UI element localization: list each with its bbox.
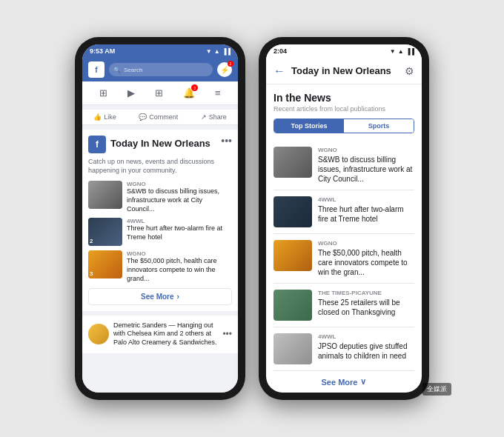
right-thumb-3 — [273, 240, 312, 271]
news-num-3: 3 — [90, 270, 93, 277]
bottom-post-options[interactable]: ••• — [222, 330, 232, 338]
news-content-2: 4WWL Three hurt after two-alarm fire at … — [127, 218, 232, 241]
news-content-1: WGNO S&WB to discuss billing issues, inf… — [127, 181, 232, 213]
messenger-button[interactable]: ⚡ 2 — [217, 62, 232, 77]
right-source-5: 4WWL — [318, 333, 414, 340]
right-content-2: 4WWL Three hurt after two-alarm fire at … — [318, 196, 414, 224]
left-status-bar: 9:53 AM ▼ ▲ ▐▐ — [82, 44, 238, 58]
right-thumb-5 — [273, 333, 312, 364]
news-source-2: 4WWL — [127, 218, 232, 224]
right-news-2[interactable]: 4WWL Three hurt after two-alarm fire at … — [273, 190, 414, 234]
right-battery-icon: ▐▐ — [406, 48, 414, 55]
feed: 👍 Like 💬 Comment ↗ Share — [82, 105, 238, 393]
left-phone: 9:53 AM ▼ ▲ ▐▐ f 🔍 Search ⚡ 2 — [75, 37, 245, 400]
news-content-3: WGNO The $50,000 pitch, health care inno… — [127, 250, 232, 283]
right-nav-bar: ← Today in New Orleans ⚙ — [266, 58, 422, 84]
right-source-3: WGNO — [318, 240, 414, 247]
right-phone: 2:04 ▼ ▲ ▐▐ ← Today in New Orleans ⚙ In … — [259, 37, 429, 400]
menu-tab[interactable]: ≡ — [215, 87, 221, 99]
back-button[interactable]: ← — [273, 64, 285, 78]
right-news-4[interactable]: THE TIMES-PICAYUNE These 25 retailers wi… — [273, 284, 414, 327]
comment-icon: 💬 — [139, 113, 147, 121]
right-time: 2:04 — [273, 47, 287, 55]
section-title: In the News — [273, 92, 414, 104]
tab-top-stories[interactable]: Top Stories — [274, 119, 344, 133]
right-headline-4: These 25 retailers will be closed on Tha… — [318, 298, 414, 317]
marketplace-icon: ⊞ — [155, 87, 163, 99]
chevron-right-icon: › — [177, 293, 179, 301]
search-placeholder: Search — [124, 67, 142, 73]
home-icon: ⊞ — [99, 87, 107, 99]
battery-icon: ▐▐ — [222, 48, 231, 55]
news-source-1: WGNO — [127, 181, 232, 187]
right-signal-icon: ▼ — [390, 48, 396, 55]
notifications-tab[interactable]: 🔔 3 — [183, 87, 195, 99]
search-icon: 🔍 — [113, 67, 121, 73]
news-headline-1: S&WB to discuss billing issues, infrastr… — [127, 187, 232, 213]
right-content: In the News Recent articles from local p… — [266, 84, 422, 393]
search-bar[interactable]: 🔍 Search — [109, 63, 213, 76]
home-tab[interactable]: ⊞ — [99, 87, 107, 99]
right-status-icons: ▼ ▲ ▐▐ — [390, 48, 414, 55]
gear-button[interactable]: ⚙ — [405, 65, 414, 77]
messenger-badge: 2 — [228, 61, 233, 67]
news-thumb-1 — [88, 181, 122, 209]
section-subtitle: Recent articles from local publications — [273, 105, 414, 113]
post-header: f Today In New Orleans ••• — [88, 136, 232, 153]
right-headline-2: Three hurt after two-alarm fire at Treme… — [318, 204, 414, 224]
news-item-3[interactable]: 3 WGNO The $50,000 pitch, health care in… — [88, 250, 232, 283]
facebook-logo[interactable]: f — [88, 61, 105, 78]
right-thumb-4 — [273, 290, 312, 321]
tabs: Top Stories Sports — [273, 119, 414, 133]
right-headline-3: The $50,000 pitch, health care innovator… — [318, 248, 414, 277]
tab-sports[interactable]: Sports — [344, 119, 414, 133]
share-icon: ↗ — [201, 113, 207, 121]
user-avatar — [88, 324, 109, 344]
signal-icon: ▼ — [206, 48, 212, 55]
news-item-1[interactable]: WGNO S&WB to discuss billing issues, inf… — [88, 181, 232, 213]
like-icon: 👍 — [93, 113, 102, 121]
comment-button[interactable]: 💬 Comment — [139, 113, 178, 121]
today-in-new-orleans-post: f Today In New Orleans ••• Catch up on n… — [82, 130, 238, 311]
right-status-bar: 2:04 ▼ ▲ ▐▐ — [266, 44, 422, 58]
right-news-3[interactable]: WGNO The $50,000 pitch, health care inno… — [273, 234, 414, 284]
bottom-post-text: Demetric Sanders — Hanging out with Chel… — [113, 321, 218, 347]
right-news-5[interactable]: 4WWL JPSO deputies give stuffed animals … — [273, 327, 414, 371]
news-item-2[interactable]: 2 4WWL Three hurt after two-alarm fire a… — [88, 218, 232, 246]
see-more-button[interactable]: See More › — [88, 288, 232, 305]
wifi-icon: ▲ — [214, 48, 220, 55]
right-content-5: 4WWL JPSO deputies give stuffed animals … — [318, 333, 414, 361]
left-status-icons: ▼ ▲ ▐▐ — [206, 48, 231, 55]
news-source-3: WGNO — [127, 250, 232, 257]
right-content-4: THE TIMES-PICAYUNE These 25 retailers wi… — [318, 290, 414, 317]
right-thumb-2 — [273, 196, 312, 227]
right-thumb-1 — [273, 147, 312, 178]
right-source-4: THE TIMES-PICAYUNE — [318, 290, 414, 296]
right-headline-1: S&WB to discuss billing issues, infrastr… — [318, 155, 414, 184]
messenger-icon: ⚡ — [220, 66, 229, 74]
right-news-1[interactable]: WGNO S&WB to discuss billing issues, inf… — [273, 141, 414, 190]
watermark: 全媒派 — [422, 383, 451, 396]
nav-title: Today in New Orleans — [291, 65, 399, 76]
left-time: 9:53 AM — [90, 47, 115, 55]
right-source-1: WGNO — [318, 147, 414, 153]
right-content-3: WGNO The $50,000 pitch, health care inno… — [318, 240, 414, 277]
right-headline-5: JPSO deputies give stuffed animals to ch… — [318, 341, 414, 361]
like-button[interactable]: 👍 Like — [93, 113, 116, 121]
left-nav-bar: f 🔍 Search ⚡ 2 — [82, 58, 238, 81]
notification-badge: 3 — [191, 84, 198, 91]
right-see-more-button[interactable]: See More ∨ — [273, 371, 414, 393]
news-headline-2: Three hurt after two-alarm fire at Treme… — [127, 224, 232, 241]
fb-post-logo: f — [88, 136, 106, 153]
marketplace-tab[interactable]: ⊞ — [155, 87, 163, 99]
share-button[interactable]: ↗ Share — [201, 113, 227, 121]
icon-row: ⊞ ▶ ⊞ 🔔 3 ≡ — [82, 81, 238, 105]
left-screen: 9:53 AM ▼ ▲ ▐▐ f 🔍 Search ⚡ 2 — [82, 44, 238, 393]
chevron-down-icon: ∨ — [360, 377, 366, 387]
post-options[interactable]: ••• — [221, 136, 232, 146]
menu-icon: ≡ — [215, 87, 221, 99]
post-subtitle: Catch up on news, events and discussions… — [88, 158, 232, 175]
news-headline-3: The $50,000 pitch, health care innovator… — [127, 257, 232, 283]
right-wifi-icon: ▲ — [398, 48, 404, 55]
video-tab[interactable]: ▶ — [127, 87, 135, 99]
